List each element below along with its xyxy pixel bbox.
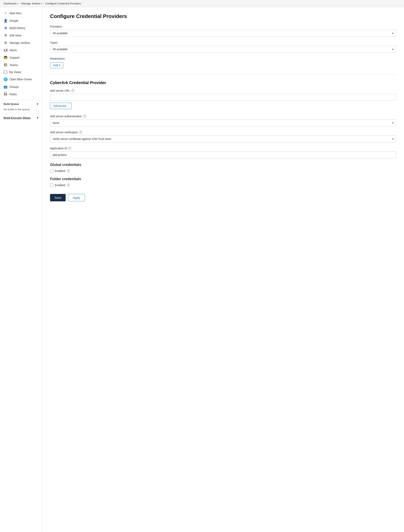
breadcrumb-chevron-1: ▾ bbox=[41, 2, 42, 5]
edit-view-icon: ⚙ bbox=[4, 33, 8, 37]
sidebar-item-open-blue-ocean[interactable]: Open Blue Ocean bbox=[0, 76, 42, 83]
sidebar-item-alerts[interactable]: 📢 Alerts bbox=[0, 46, 42, 54]
app-id-input[interactable] bbox=[50, 152, 396, 158]
types-select-wrapper: All available Specific bbox=[50, 46, 396, 53]
aim-url-input[interactable] bbox=[50, 94, 396, 101]
aim-url-label: AIM server URL bbox=[50, 89, 70, 92]
sidebar: ＋ New Item 👤 People 🖥 Build History ⚙ Ed… bbox=[0, 7, 42, 532]
sidebar-item-edit-view[interactable]: ⚙ Edit View bbox=[0, 32, 42, 39]
sidebar-label-open-blue-ocean: Open Blue Ocean bbox=[10, 78, 32, 81]
sidebar-label-groups: Groups bbox=[10, 85, 19, 89]
sidebar-item-build-history[interactable]: 🖥 Build History bbox=[0, 25, 42, 32]
app-id-field: Application Id ? bbox=[50, 147, 396, 158]
breadcrumb-chevron-0: ▾ bbox=[17, 2, 18, 5]
save-label: Save bbox=[54, 196, 61, 199]
sidebar-label-new-item: New Item bbox=[10, 12, 21, 15]
aim-verify-select-wrapper: Verify server certificate against JVM Tr… bbox=[50, 135, 396, 142]
providers-label: Providers bbox=[50, 25, 396, 28]
folder-credentials-title: Folder credentials bbox=[50, 177, 396, 181]
breadcrumb-manage-jenkins[interactable]: Manage Jenkins ▾ bbox=[21, 2, 42, 5]
aim-auth-help-icon[interactable]: ? bbox=[83, 115, 86, 118]
build-queue-content: No builds in the queue. bbox=[0, 107, 42, 112]
build-queue-header[interactable]: Build Queue ▾ bbox=[0, 101, 42, 107]
sidebar-label-my-views: My Views bbox=[9, 70, 21, 74]
page-title: Configure Credential Providers bbox=[50, 13, 396, 19]
sidebar-label-manage-jenkins: Manage Jenkins bbox=[10, 41, 30, 44]
roles-icon: 👫 bbox=[4, 92, 8, 96]
sidebar-label-alerts: Alerts bbox=[10, 49, 17, 52]
sidebar-item-new-item[interactable]: ＋ New Item bbox=[0, 9, 42, 17]
providers-field: Providers All available Specific bbox=[50, 25, 396, 37]
add-button[interactable]: Add ▾ bbox=[50, 62, 63, 68]
providers-select-wrapper: All available Specific bbox=[50, 30, 396, 37]
footer-buttons: Save Apply bbox=[50, 194, 396, 201]
sidebar-item-people[interactable]: 👤 People bbox=[0, 17, 42, 25]
breadcrumb-sep-2: › bbox=[43, 2, 44, 5]
types-select[interactable]: All available Specific bbox=[50, 46, 396, 53]
add-button-label: Add ▾ bbox=[53, 64, 60, 67]
aim-url-field: AIM server URL ? Advanced... bbox=[50, 89, 396, 110]
app-id-help-icon[interactable]: ? bbox=[68, 147, 71, 150]
advanced-button-label: Advanced... bbox=[53, 104, 68, 108]
types-label: Types bbox=[50, 41, 396, 44]
folder-enabled-help-icon[interactable]: ? bbox=[67, 184, 70, 187]
aim-auth-select[interactable]: None Certificate OS User bbox=[50, 120, 396, 126]
aim-verify-help-icon[interactable]: ? bbox=[79, 131, 82, 134]
people-icon: 👤 bbox=[4, 19, 8, 23]
types-field: Types All available Specific bbox=[50, 41, 396, 53]
global-enabled-checkbox[interactable] bbox=[50, 169, 53, 172]
sidebar-item-teams[interactable]: 👫 Teams bbox=[0, 61, 42, 69]
build-queue-empty: No builds in the queue. bbox=[4, 108, 30, 111]
aim-url-help-icon[interactable]: ? bbox=[71, 89, 75, 92]
aim-verify-field: AIM server verification ? Verify server … bbox=[50, 131, 396, 142]
breadcrumb: Dashboard ▾ › Manage Jenkins ▾ › Configu… bbox=[0, 0, 404, 7]
build-executor-header[interactable]: Build Executor Status ▾ bbox=[0, 115, 42, 121]
global-credentials-section: Global credentials Enabled ? bbox=[50, 163, 396, 172]
global-enabled-help-icon[interactable]: ? bbox=[67, 169, 70, 172]
gear-icon: ⚙ bbox=[4, 41, 8, 45]
save-button[interactable]: Save bbox=[50, 194, 66, 201]
folder-credentials-section: Folder credentials Enabled ? bbox=[50, 177, 396, 187]
folder-enabled-row: Enabled ? bbox=[50, 184, 396, 187]
advanced-button[interactable]: Advanced... bbox=[50, 103, 72, 109]
providers-select[interactable]: All available Specific bbox=[50, 30, 396, 37]
breadcrumb-dashboard-label: Dashboard bbox=[4, 2, 16, 5]
aim-auth-label: AIM server authentication bbox=[50, 115, 82, 118]
teams-icon: 👫 bbox=[4, 63, 8, 67]
aim-auth-field: AIM server authentication ? None Certifi… bbox=[50, 115, 396, 126]
aim-url-label-row: AIM server URL ? bbox=[50, 89, 396, 92]
sidebar-item-manage-jenkins[interactable]: ⚙ Manage Jenkins bbox=[0, 39, 42, 46]
my-views-icon bbox=[4, 71, 7, 73]
build-executor-chevron: ▾ bbox=[37, 116, 38, 119]
sidebar-item-my-views[interactable]: My Views bbox=[0, 69, 42, 76]
monitor-icon: 🖥 bbox=[4, 26, 8, 30]
support-icon: 🧑 bbox=[4, 56, 8, 59]
app-id-label-row: Application Id ? bbox=[50, 147, 396, 150]
sidebar-label-teams: Teams bbox=[10, 63, 18, 67]
aim-verify-select[interactable]: Verify server certificate against JVM Tr… bbox=[50, 135, 396, 142]
breadcrumb-dashboard[interactable]: Dashboard ▾ bbox=[4, 2, 18, 5]
sidebar-item-roles[interactable]: 👫 Roles bbox=[0, 90, 42, 98]
plus-icon: ＋ bbox=[4, 11, 8, 15]
apply-button[interactable]: Apply bbox=[68, 194, 85, 201]
sidebar-label-roles: Roles bbox=[10, 93, 17, 96]
sidebar-item-support[interactable]: 🧑 Support bbox=[0, 54, 42, 61]
cyberark-section: CyberArk Credential Provider AIM server … bbox=[50, 81, 396, 187]
folder-enabled-checkbox[interactable] bbox=[50, 184, 53, 187]
sidebar-item-groups[interactable]: 👥 Groups bbox=[0, 83, 42, 90]
folder-enabled-label: Enabled bbox=[55, 184, 65, 187]
section-divider bbox=[50, 74, 396, 75]
aim-verify-label: AIM server verification bbox=[50, 131, 78, 134]
restrictions-label: Restrictions bbox=[50, 57, 396, 60]
breadcrumb-manage-jenkins-label: Manage Jenkins bbox=[21, 2, 40, 5]
global-credentials-title: Global credentials bbox=[50, 163, 396, 167]
aim-auth-select-wrapper: None Certificate OS User bbox=[50, 120, 396, 126]
sidebar-label-build-history: Build History bbox=[10, 26, 26, 30]
restrictions-field: Restrictions Add ▾ bbox=[50, 57, 396, 68]
megaphone-icon: 📢 bbox=[4, 48, 8, 52]
groups-icon: 👥 bbox=[4, 85, 8, 89]
cyberark-section-title: CyberArk Credential Provider bbox=[50, 81, 396, 85]
aim-verify-label-row: AIM server verification ? bbox=[50, 131, 396, 134]
blue-ocean-icon bbox=[4, 77, 8, 81]
build-queue-chevron: ▾ bbox=[37, 102, 38, 106]
